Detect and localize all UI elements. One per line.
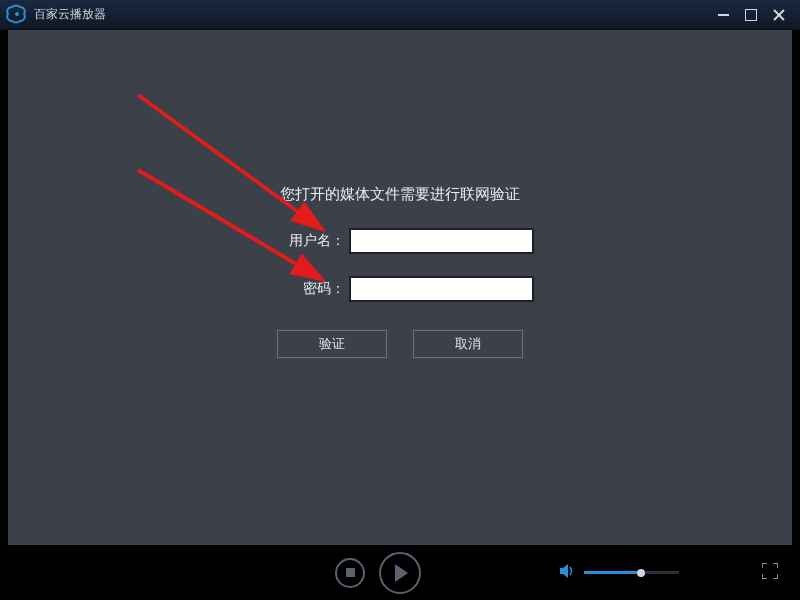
svg-point-0 [15,12,19,16]
app-logo-icon [6,4,28,26]
password-input[interactable] [349,276,534,302]
volume-slider[interactable] [584,571,679,574]
fullscreen-button[interactable] [762,563,778,583]
content-area: 您打开的媒体文件需要进行联网验证 用户名： 密码： 验证 取消 [8,30,792,545]
window-controls [716,8,794,22]
playback-controls [335,552,465,594]
cancel-button[interactable]: 取消 [413,330,523,358]
username-label: 用户名： [267,232,345,250]
username-input[interactable] [349,228,534,254]
volume-thumb[interactable] [637,569,645,577]
password-row: 密码： [210,276,590,302]
volume-icon[interactable] [560,564,576,582]
stop-button[interactable] [335,558,365,588]
titlebar: 百家云播放器 [0,0,800,30]
play-button[interactable] [379,552,421,594]
app-title: 百家云播放器 [34,6,716,23]
username-row: 用户名： [210,228,590,254]
auth-dialog: 您打开的媒体文件需要进行联网验证 用户名： 密码： 验证 取消 [210,185,590,358]
minimize-button[interactable] [716,8,730,22]
password-label: 密码： [267,280,345,298]
volume-control [560,564,679,582]
volume-fill [584,571,641,574]
verify-button[interactable]: 验证 [277,330,387,358]
maximize-button[interactable] [744,8,758,22]
dialog-message: 您打开的媒体文件需要进行联网验证 [210,185,590,204]
player-bar [0,545,800,600]
close-button[interactable] [772,8,786,22]
dialog-button-row: 验证 取消 [210,330,590,358]
